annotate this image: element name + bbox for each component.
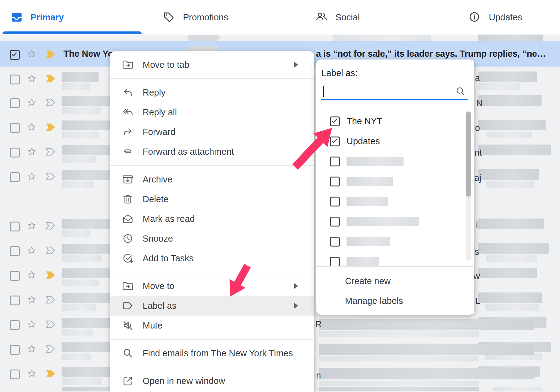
active-tab-underline [2,31,142,34]
email-sender: The New Yo [63,49,113,59]
importance-marker-icon[interactable] [46,320,56,329]
star-icon[interactable] [26,220,37,231]
row-checkbox[interactable] [10,370,20,379]
star-icon[interactable] [26,344,37,354]
mail-open-icon [122,213,134,225]
importance-marker-icon[interactable] [46,296,56,304]
menu-item-delete[interactable]: Delete [110,189,314,209]
scrollbar-thumb[interactable] [466,112,471,197]
row-checkbox[interactable] [10,271,20,281]
star-icon[interactable] [26,49,37,59]
row-checkbox[interactable] [10,345,20,355]
label-checkbox-checked[interactable] [330,116,340,126]
label-option-redacted[interactable] [316,251,474,266]
label-list: The NYTUpdates [316,111,474,266]
star-icon[interactable] [26,171,37,182]
menu-item-mute[interactable]: Mute [110,316,314,335]
importance-marker-icon[interactable] [46,370,56,378]
folder-move-icon [122,280,134,292]
menu-item-reply-all[interactable]: Reply all [110,102,314,122]
star-icon[interactable] [26,146,37,157]
redacted-text-block [62,96,115,106]
importance-marker-icon[interactable] [46,98,56,107]
row-checkbox[interactable] [10,148,20,157]
label-search-field [321,83,468,100]
attach-icon [122,145,134,158]
row-checkbox-checked[interactable] [10,50,20,60]
redacted-text-block [62,367,112,377]
label-menu-action-manage-labels[interactable]: Manage labels [316,291,474,311]
menu-item-move-to[interactable]: Move to [110,276,314,296]
label-checkbox[interactable] [330,217,340,227]
menu-item-add-to-tasks[interactable]: Add to Tasks [110,248,314,268]
tab-updates[interactable]: Updates [420,0,560,35]
open-new-icon [122,375,134,387]
importance-marker-icon[interactable] [46,172,56,181]
row-checkbox[interactable] [10,320,20,330]
label-checkbox[interactable] [330,197,340,206]
label-checkbox[interactable] [330,237,340,247]
menu-item-open-in-new-window[interactable]: Open in new window [110,371,314,391]
menu-item-reply[interactable]: Reply [110,83,314,102]
importance-marker-icon[interactable] [46,271,56,279]
label-icon [122,300,134,312]
row-checkbox[interactable] [10,75,20,84]
importance-marker-icon[interactable] [46,246,56,255]
importance-marker-icon[interactable] [46,222,56,230]
row-checkbox[interactable] [10,296,20,305]
star-icon[interactable] [26,270,37,280]
scrollbar-track[interactable] [466,111,471,261]
importance-marker-icon[interactable] [46,50,56,58]
menu-item-label: Archive [143,174,172,185]
importance-marker-icon[interactable] [46,123,56,131]
email-row-partial[interactable] [0,35,560,41]
menu-item-archive[interactable]: Archive [110,169,314,189]
star-icon[interactable] [26,319,37,329]
row-checkbox[interactable] [10,172,20,182]
redacted-text-block [486,255,537,262]
star-icon[interactable] [26,73,37,84]
divider [110,339,314,340]
label-search-input[interactable] [321,83,468,99]
menu-item-snooze[interactable]: Snooze [110,229,314,248]
tab-promotions[interactable]: Promotions [140,0,280,35]
label-option-redacted[interactable] [316,231,474,251]
label-option-redacted[interactable] [316,191,474,211]
menu-item-forward-as-attachment[interactable]: Forward as attachment [110,142,314,161]
star-icon[interactable] [26,368,37,379]
menu-item-label-as[interactable]: Label as [110,296,314,316]
label-option-redacted[interactable] [316,211,474,231]
menu-item-label: Move to [143,281,174,291]
star-icon[interactable] [26,245,37,255]
redacted-text-block [62,107,101,114]
importance-marker-icon[interactable] [46,148,56,156]
label-checkbox[interactable] [330,157,340,166]
star-icon[interactable] [26,122,37,132]
menu-item-forward[interactable]: Forward [110,122,314,142]
importance-marker-icon[interactable] [46,75,56,83]
menu-item-label: Delete [143,194,168,204]
star-icon[interactable] [26,97,37,108]
label-checkbox[interactable] [330,177,340,186]
row-checkbox[interactable] [10,222,20,231]
tab-primary[interactable]: Primary [0,0,140,35]
redacted-text-block [478,120,546,130]
label-checkbox-checked[interactable] [330,137,340,146]
label-option-redacted[interactable] [316,171,474,191]
tab-social[interactable]: Social [280,0,420,35]
label-option-redacted[interactable] [316,151,474,171]
star-icon[interactable] [26,294,37,305]
label-checkbox[interactable] [330,257,340,267]
row-checkbox[interactable] [10,123,20,133]
label-menu-action-create-new[interactable]: Create new [316,271,474,291]
menu-item-move-to-tab[interactable]: Move to tab [110,55,314,75]
label-option-the-nyt[interactable]: The NYT [316,111,474,131]
label-option-updates[interactable]: Updates [316,131,474,151]
row-checkbox[interactable] [10,246,20,256]
menu-item-mark-as-read[interactable]: Mark as read [110,209,314,229]
redacted-text-block [478,268,537,278]
redacted-text-block [62,280,99,286]
importance-marker-icon[interactable] [46,345,56,353]
menu-item-find-emails-from-the-new-york-times[interactable]: Find emails from The New York Times [110,343,314,363]
row-checkbox[interactable] [10,98,20,108]
